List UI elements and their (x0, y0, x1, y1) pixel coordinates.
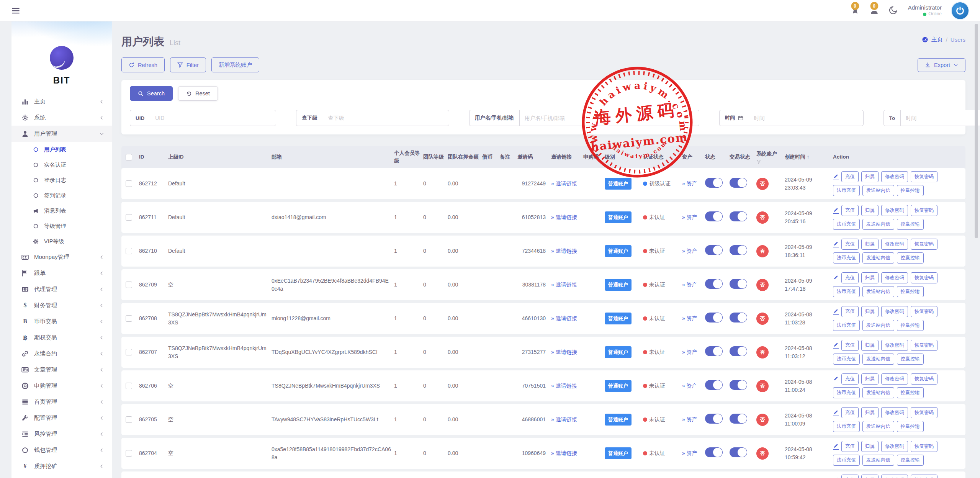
refresh-button[interactable]: Refresh (121, 57, 165, 72)
trade-status-toggle[interactable] (730, 178, 747, 188)
action-button-控赢控输[interactable]: 控赢控输 (897, 286, 924, 297)
action-button-法币充值[interactable]: 法币充值 (833, 185, 860, 196)
invite-link[interactable]: » 邀请链接 (551, 248, 577, 254)
action-button-恢复密码[interactable]: 恢复密码 (911, 306, 937, 317)
edit-pencil-icon[interactable] (833, 443, 839, 450)
asset-link[interactable]: » 资产 (682, 282, 697, 288)
action-button-修改密码[interactable]: 修改密码 (881, 272, 908, 283)
action-button-修改密码[interactable]: 修改密码 (881, 373, 908, 385)
action-button-发送站内信[interactable]: 发送站内信 (862, 354, 894, 365)
action-button-恢复密码[interactable]: 恢复密码 (911, 171, 937, 182)
dark-mode-icon[interactable] (889, 5, 898, 16)
action-button-控赢控输[interactable]: 控赢控输 (897, 252, 924, 264)
action-button-修改密码[interactable]: 修改密码 (881, 407, 908, 418)
asset-link[interactable]: » 资产 (682, 248, 697, 254)
search-input-用户名/手机/邮箱[interactable] (519, 110, 699, 126)
action-button-恢复密码[interactable]: 恢复密码 (911, 475, 937, 478)
reset-button[interactable]: Reset (178, 86, 218, 101)
action-button-修改密码[interactable]: 修改密码 (881, 340, 908, 351)
award-icon[interactable]: 0 (851, 5, 860, 16)
action-button-修改密码[interactable]: 修改密码 (881, 306, 908, 317)
action-button-法币充值[interactable]: 法币充值 (833, 320, 860, 331)
status-toggle[interactable] (705, 447, 723, 457)
sidebar-item-钱包管理[interactable]: 钱包管理 (11, 442, 112, 458)
edit-pencil-icon[interactable] (833, 376, 839, 382)
action-button-法币充值[interactable]: 法币充值 (833, 286, 860, 297)
action-button-法币充值[interactable]: 法币充值 (833, 387, 860, 398)
action-button-修改密码[interactable]: 修改密码 (881, 205, 908, 216)
action-button-法币充值[interactable]: 法币充值 (833, 354, 860, 365)
sidebar-item-消息列表[interactable]: 消息列表 (11, 203, 112, 218)
search-input-时间[interactable] (749, 110, 864, 126)
sidebar-item-代理管理[interactable]: 代理管理 (11, 281, 112, 297)
action-button-发送站内信[interactable]: 发送站内信 (862, 421, 894, 432)
export-button[interactable]: Export (918, 58, 965, 72)
status-toggle[interactable] (705, 178, 723, 188)
action-button-充值[interactable]: 充值 (841, 306, 859, 317)
sidebar-item-主页[interactable]: 主页 (11, 93, 112, 110)
edit-pencil-icon[interactable] (833, 409, 839, 416)
sidebar-item-文章管理[interactable]: 文章管理 (11, 362, 112, 378)
search-input-To[interactable] (900, 110, 980, 126)
status-toggle[interactable] (705, 279, 723, 289)
row-checkbox[interactable] (126, 214, 132, 221)
row-checkbox[interactable] (126, 180, 132, 187)
action-button-控赢控输[interactable]: 控赢控输 (897, 421, 924, 432)
edit-pencil-icon[interactable] (833, 275, 839, 281)
action-button-恢复密码[interactable]: 恢复密码 (911, 239, 937, 250)
invite-link[interactable]: » 邀请链接 (551, 450, 577, 456)
search-input-查下级[interactable] (323, 110, 449, 126)
invite-link[interactable]: » 邀请链接 (551, 383, 577, 389)
select-all-checkbox[interactable] (126, 154, 132, 160)
action-button-充值[interactable]: 充值 (841, 441, 859, 452)
filter-button[interactable]: Filter (170, 57, 206, 72)
sidebar-item-风控管理[interactable]: 风控管理 (11, 426, 112, 442)
action-button-法币充值[interactable]: 法币充值 (833, 219, 860, 230)
row-checkbox[interactable] (126, 248, 132, 254)
asset-link[interactable]: » 资产 (682, 416, 697, 422)
action-button-发送站内信[interactable]: 发送站内信 (862, 320, 894, 331)
trade-status-toggle[interactable] (730, 380, 747, 390)
sidebar-item-期权交易[interactable]: ฿ 期权交易 (11, 329, 112, 345)
status-toggle[interactable] (705, 346, 723, 356)
status-toggle[interactable] (705, 245, 723, 255)
sidebar-item-系统[interactable]: 系统 (11, 110, 112, 126)
action-button-控赢控输[interactable]: 控赢控输 (897, 219, 924, 230)
invite-link[interactable]: » 邀请链接 (551, 416, 577, 422)
action-button-发送站内信[interactable]: 发送站内信 (862, 219, 894, 230)
sidebar-item-VIP等级[interactable]: VIP等级 (11, 234, 112, 249)
column-header-系统账户[interactable]: 系统账户 (756, 150, 785, 164)
action-button-控赢控输[interactable]: 控赢控输 (897, 185, 924, 196)
trade-status-toggle[interactable] (730, 313, 747, 322)
row-checkbox[interactable] (126, 416, 132, 423)
scrollbar[interactable] (975, 24, 978, 238)
breadcrumb-home[interactable]: 主页 (931, 36, 943, 43)
action-button-归属[interactable]: 归属 (861, 441, 879, 452)
sidebar-item-用户列表[interactable]: 用户列表 (11, 142, 112, 157)
action-button-修改密码[interactable]: 修改密码 (881, 171, 908, 182)
trade-status-toggle[interactable] (730, 245, 747, 255)
action-button-恢复密码[interactable]: 恢复密码 (911, 407, 937, 418)
action-button-发送站内信[interactable]: 发送站内信 (862, 252, 894, 264)
action-button-充值[interactable]: 充值 (841, 475, 859, 478)
trade-status-toggle[interactable] (730, 447, 747, 457)
edit-pencil-icon[interactable] (833, 241, 839, 247)
sidebar-item-财务管理[interactable]: $ 财务管理 (11, 297, 112, 313)
action-button-修改密码[interactable]: 修改密码 (881, 239, 908, 250)
menu-toggle-icon[interactable] (11, 7, 20, 15)
invite-link[interactable]: » 邀请链接 (551, 349, 577, 355)
action-button-修改密码[interactable]: 修改密码 (881, 475, 908, 478)
action-button-归属[interactable]: 归属 (861, 475, 879, 478)
sidebar-item-首页管理[interactable]: 首页管理 (11, 394, 112, 410)
asset-link[interactable]: » 资产 (682, 315, 697, 321)
user-notify-icon[interactable]: 0 (870, 5, 879, 16)
status-toggle[interactable] (705, 211, 723, 221)
action-button-恢复密码[interactable]: 恢复密码 (911, 373, 937, 385)
admin-info[interactable]: Administrator Online (908, 4, 942, 17)
action-button-恢复密码[interactable]: 恢复密码 (911, 205, 937, 216)
status-toggle[interactable] (705, 414, 723, 424)
action-button-恢复密码[interactable]: 恢复密码 (911, 340, 937, 351)
sidebar-item-签到记录[interactable]: 签到记录 (11, 188, 112, 203)
action-button-控赢控输[interactable]: 控赢控输 (897, 354, 924, 365)
action-button-发送站内信[interactable]: 发送站内信 (862, 286, 894, 297)
